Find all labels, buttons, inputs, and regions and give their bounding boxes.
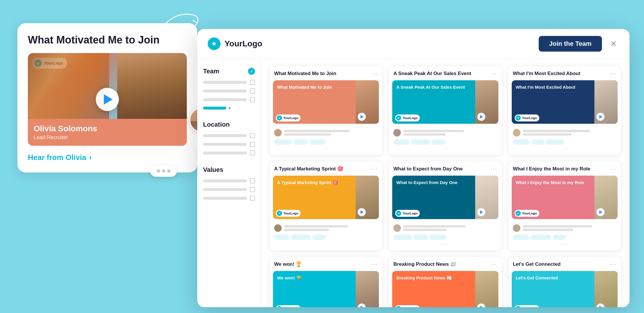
card-6-expand[interactable]: ···· (513, 242, 616, 246)
tag-5 (411, 139, 430, 145)
card-3-avatar (513, 129, 520, 137)
card-4-thumbnail[interactable]: A Typical Marketing Sprint 🎯 ★ YourLogo (273, 176, 379, 219)
card-3-logo-text: YourLogo (522, 116, 537, 120)
loc-checkbox-3[interactable] (250, 150, 255, 156)
card-1-expand[interactable]: ···· (274, 146, 378, 151)
card-9-logo-text: YourLogo (522, 307, 537, 307)
tag-11 (291, 235, 311, 240)
video-grid: What Motivated Me to Join ··· What Motiv… (269, 66, 621, 307)
join-button[interactable]: Join the Team (539, 36, 602, 52)
tag-2 (293, 139, 308, 145)
card-7-play[interactable] (358, 303, 366, 307)
sidebar-location-item-2[interactable] (203, 142, 255, 147)
card-1-title: What Motivated Me to Join (274, 71, 371, 77)
card-5-thumbnail[interactable]: What to Expect from Day One ★ YourLogo (392, 176, 498, 219)
sidebar-team-item-3[interactable] (203, 97, 255, 102)
card-1-thumbnail[interactable]: What Motivated Me to Join ★ YourLogo (273, 80, 379, 124)
sidebar-team-item-1[interactable] (203, 80, 255, 85)
card-5-logo: ★ YourLogo (395, 210, 420, 217)
loc-line-2 (203, 143, 247, 146)
card-3-author (513, 129, 616, 137)
card-8-play[interactable] (477, 303, 485, 307)
card-1-bottom: ···· (269, 127, 382, 155)
checkbox-2[interactable] (250, 88, 255, 94)
person-name: Olivia Solomons (34, 124, 181, 133)
card-8-logo-star: ★ (396, 306, 401, 307)
card-7-thumbnail[interactable]: We won! 🏆 ★ YourLogo (273, 271, 379, 307)
sidebar-location-item-1[interactable] (203, 133, 255, 138)
card-2-role-line (403, 133, 445, 136)
card-5-expand[interactable]: ···· (393, 242, 497, 246)
val-line-3 (203, 197, 247, 200)
val-checkbox-1[interactable] (250, 178, 255, 183)
card-2-expand[interactable]: ···· (393, 146, 497, 151)
team-dropdown[interactable]: ▾ (203, 106, 255, 110)
card-7-thumb-label: We won! 🏆 (277, 275, 302, 281)
card-4-play[interactable] (358, 208, 366, 216)
card-5-logo-text: YourLogo (403, 212, 417, 215)
card-5-dots[interactable]: ··· (491, 165, 497, 172)
card-1-header: What Motivated Me to Join ··· (269, 66, 382, 77)
card-7-logo-text: YourLogo (283, 307, 298, 307)
card-4-header: A Typical Marketing Sprint 🎯 ··· (269, 161, 382, 172)
sidebar-values-item-2[interactable] (203, 187, 255, 192)
card-6-thumbnail[interactable]: What I Enjoy the Most in my Role ★ YourL… (512, 176, 618, 219)
card-8-title: Breaking Product News 📰 (393, 261, 491, 267)
hear-from-link[interactable]: Hear from Olivia › (28, 153, 187, 162)
card-7-logo: ★ YourLogo (276, 305, 301, 307)
card-2-thumbnail[interactable]: A Sneak Peak At Our Sales Event ★ YourLo… (392, 80, 498, 124)
card-7-dots[interactable]: ··· (371, 261, 378, 267)
sidebar-values-item-1[interactable] (203, 178, 255, 183)
card-3-author-lines (523, 130, 616, 136)
card-8-dots[interactable]: ··· (491, 261, 497, 267)
val-checkbox-2[interactable] (250, 187, 255, 192)
name-overlay: Olivia Solomons Lead Recruiter (28, 119, 187, 146)
card-2-author-lines (403, 130, 497, 136)
checkbox-1[interactable] (250, 80, 255, 85)
card-5-name-line (403, 225, 465, 228)
card-9-play[interactable] (596, 303, 605, 307)
card-2-dots[interactable]: ··· (491, 70, 497, 77)
card-3-dots[interactable]: ··· (610, 70, 616, 77)
card-5-thumb-label: What to Expect from Day One (396, 180, 457, 185)
sidebar-location-item-3[interactable] (203, 150, 255, 156)
card-2-logo: ★ YourLogo (395, 114, 420, 121)
card-3-expand[interactable]: ···· (513, 146, 616, 151)
loc-checkbox-1[interactable] (250, 133, 255, 138)
sidebar-values-item-3[interactable] (203, 196, 255, 201)
dots-bubble (150, 165, 177, 177)
video-card-1: What Motivated Me to Join ··· What Motiv… (269, 66, 383, 155)
main-card: What Motivated Me to Join ★ YourLogo Oli… (17, 23, 197, 172)
close-button[interactable]: ✕ (608, 37, 619, 51)
card-4-role-line (284, 229, 329, 231)
card-9-thumbnail[interactable]: Let's Get Connected ★ YourLogo (512, 271, 618, 307)
card-5-play[interactable] (477, 208, 485, 216)
card-6-play[interactable] (596, 208, 605, 216)
logo-star-button[interactable]: ★ (208, 37, 220, 50)
card-6-dots[interactable]: ··· (610, 165, 616, 172)
video-container[interactable]: ★ YourLogo Olivia Solomons Lead Recruite… (28, 53, 187, 146)
card-3-play[interactable] (596, 113, 605, 121)
card-1-play[interactable] (358, 113, 366, 121)
tag-17 (531, 235, 551, 240)
card-4-dots[interactable]: ··· (371, 165, 378, 172)
tag-15 (429, 235, 446, 240)
card-8-thumbnail[interactable]: Breaking Product News 📰 ★ YourLogo (392, 271, 498, 307)
val-checkbox-3[interactable] (250, 196, 255, 201)
card-9-logo: ★ YourLogo (515, 305, 539, 307)
sidebar: Team ✓ ▾ (197, 59, 261, 307)
play-button[interactable] (96, 88, 119, 111)
card-2-play[interactable] (477, 113, 485, 121)
card-4-logo-star: ★ (277, 211, 282, 216)
checkbox-3[interactable] (250, 97, 255, 102)
card-1-author-lines (284, 130, 378, 136)
loc-checkbox-2[interactable] (250, 142, 255, 147)
card-4-expand[interactable]: ···· (274, 242, 378, 246)
card-2-avatar (393, 129, 401, 137)
card-2-logo-text: YourLogo (403, 116, 417, 120)
sidebar-team-item-2[interactable] (203, 88, 255, 94)
video-card-4: A Typical Marketing Sprint 🎯 ··· A Typic… (269, 161, 383, 251)
card-1-dots[interactable]: ··· (371, 70, 378, 77)
card-9-dots[interactable]: ··· (610, 261, 616, 267)
card-3-thumbnail[interactable]: What I'm Most Excited About ★ YourLogo (512, 80, 618, 124)
